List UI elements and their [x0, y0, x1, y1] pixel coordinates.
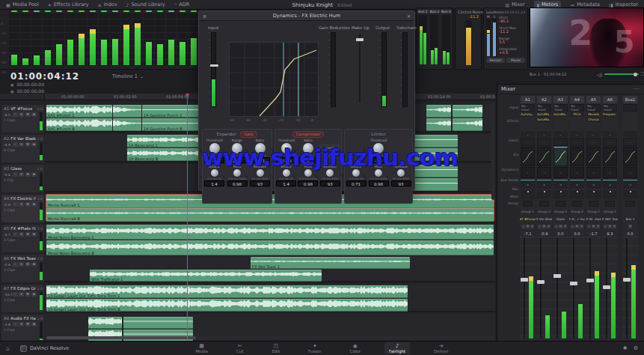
fader-track[interactable]: [589, 238, 591, 339]
automation-button[interactable]: ≡: [31, 322, 37, 327]
pan-control[interactable]: ⋯: [521, 190, 535, 199]
page-tab-media[interactable]: ▦Media: [191, 342, 212, 354]
strip-ins[interactable]: ◦: [603, 138, 617, 146]
mute-button[interactable]: M: [592, 225, 595, 228]
dynamics-thumbnail[interactable]: ∿: [553, 167, 568, 178]
solo-button[interactable]: S: [563, 225, 567, 228]
effect-slot[interactable]: Chorus: [586, 118, 601, 122]
timeline-clip[interactable]: [453, 118, 482, 131]
restart-button[interactable]: Restart: [486, 58, 505, 63]
strip-ins[interactable]: ◦: [570, 138, 584, 146]
pan-control[interactable]: ⋯: [537, 190, 551, 199]
record-arm-button[interactable]: ◦: [13, 262, 18, 267]
timeline-selector[interactable]: Timeline 1 ⌄: [112, 73, 144, 79]
automation-button[interactable]: ≡: [31, 142, 37, 147]
eq-thumbnail[interactable]: [570, 147, 584, 166]
timeline-clip[interactable]: 1A Gasoline Punch B: [142, 118, 198, 131]
topbar-button-media-pool[interactable]: ▦Media Pool: [6, 1, 39, 7]
timeline-clip[interactable]: 10.Gidget Layer Out Tuffs Terra Trem 1: [46, 285, 408, 298]
topbar-button-sound-library[interactable]: ♪Sound Library: [126, 1, 165, 7]
main-assign[interactable]: [572, 201, 582, 207]
meter-handle[interactable]: [210, 64, 218, 67]
timeline-clip[interactable]: [88, 317, 122, 329]
timeline-clip[interactable]: [113, 105, 141, 118]
mute-button[interactable]: M: [25, 142, 31, 147]
record-arm-button[interactable]: ◦: [571, 225, 574, 228]
fader-handle[interactable]: [586, 279, 594, 282]
topbar-button-effects-library[interactable]: ✦Effects Library: [48, 1, 89, 7]
bus-label[interactable]: Bus 2: [429, 10, 441, 13]
mute-button[interactable]: M: [25, 202, 31, 207]
fader-handle[interactable]: [521, 278, 528, 282]
mute-button[interactable]: M: [25, 232, 31, 237]
track-header-a8[interactable]: A8Audio FX Hawk Sc...1.0-3.8◦SM≡2 Clips: [1, 315, 44, 341]
timeline-clip[interactable]: Meme Runcraft B: [46, 208, 494, 221]
timeline-clip[interactable]: [426, 118, 451, 131]
topbar-button-inspector[interactable]: ◨Inspector: [609, 1, 638, 7]
strip-caret[interactable]: ⌄: [537, 131, 551, 137]
dynamics-thumbnail[interactable]: ∿: [586, 167, 601, 178]
strip-input[interactable]: No Input: [537, 104, 551, 112]
volume-slider[interactable]: [604, 73, 639, 75]
section-enable-pill[interactable]: Gate: [240, 131, 257, 138]
solo-button[interactable]: S: [19, 112, 24, 117]
automation-button[interactable]: ≡: [31, 112, 37, 117]
strip-caret[interactable]: ⌄: [570, 131, 584, 137]
record-arm-button[interactable]: ◦: [13, 112, 18, 117]
strip-input[interactable]: No Input: [553, 104, 568, 112]
record-arm-button[interactable]: ◦: [538, 225, 542, 228]
solo-button[interactable]: S: [19, 262, 24, 267]
knob-value[interactable]: 0.98: [227, 180, 248, 186]
timeline-clip[interactable]: [414, 178, 458, 191]
mute-button[interactable]: M: [542, 225, 546, 228]
timeline-clip[interactable]: Metal Noise Basecamp B: [46, 240, 494, 255]
automation-button[interactable]: ≡: [31, 292, 37, 297]
record-arm-button[interactable]: ◦: [13, 232, 18, 237]
main-assign[interactable]: [556, 201, 565, 207]
make-up-slider[interactable]: [359, 34, 361, 103]
automation-button[interactable]: ≡: [31, 172, 37, 177]
knob-value[interactable]: 0.98: [298, 180, 318, 186]
timeline-clip[interactable]: FX Wet Toast 1: [251, 257, 410, 269]
page-tab-deliver[interactable]: ➔Deliver: [429, 342, 453, 354]
playhead[interactable]: [187, 94, 188, 341]
record-arm-button[interactable]: ◦: [13, 142, 18, 147]
bus-label[interactable]: Bus 1: [417, 10, 429, 13]
strip-input[interactable]: No Input: [586, 104, 601, 112]
solo-button[interactable]: S: [613, 225, 616, 228]
timeline-clip[interactable]: [426, 105, 451, 118]
knob-value[interactable]: 1.4: [276, 180, 296, 186]
effect-slot[interactable]: Pitch: [570, 112, 584, 117]
track-header-a6[interactable]: A6FX Wet Toast2.0-2.6◦SM≡3 Clips: [1, 255, 44, 282]
bus-send-slot[interactable]: ▪: [586, 180, 601, 189]
page-tab-edit[interactable]: ◫Edit: [267, 342, 284, 354]
mute-button[interactable]: M: [25, 172, 31, 177]
page-tab-cut[interactable]: ✂Cut: [232, 342, 248, 354]
knob-value[interactable]: 1.4: [204, 180, 224, 186]
mute-button[interactable]: M: [25, 112, 31, 117]
bus-send-slot[interactable]: ▪: [570, 180, 584, 189]
main-assign[interactable]: [523, 201, 533, 207]
dynamics-thumbnail[interactable]: ∿: [521, 167, 535, 178]
speaker-icon[interactable]: ◁): [597, 72, 602, 77]
effect-slot[interactable]: AutoMa...: [537, 112, 551, 117]
fader-handle[interactable]: [553, 274, 561, 278]
eq-thumbnail[interactable]: [623, 147, 637, 166]
make-up-handle[interactable]: [356, 38, 364, 41]
main-assign[interactable]: [589, 201, 598, 207]
timeline-clip[interactable]: 10.Gidget Layer Out Tuffs Terra Trem B: [46, 299, 408, 312]
pan-control[interactable]: ⋯: [623, 190, 637, 199]
pan-control[interactable]: ⋯: [570, 190, 584, 199]
strip-input[interactable]: No Input: [570, 104, 584, 112]
pan-control[interactable]: ⋯: [553, 190, 568, 199]
knob-value[interactable]: 93: [320, 180, 340, 186]
strip-caret[interactable]: ⌄: [521, 131, 535, 137]
page-tab-fusion[interactable]: ✦Fusion: [304, 342, 326, 354]
effect-slot[interactable]: AutoMa...: [553, 112, 568, 117]
dynamics-thumbnail[interactable]: ∿: [570, 167, 584, 178]
strip-ins[interactable]: ◦: [623, 138, 637, 146]
solo-button[interactable]: S: [530, 225, 534, 228]
dynamics-thumbnail[interactable]: ∿: [623, 167, 637, 178]
track-header-a1[interactable]: A1VF #Focus2.0-4.5◦SM≡7 Clips: [1, 105, 44, 133]
mute-button[interactable]: M: [559, 225, 562, 228]
